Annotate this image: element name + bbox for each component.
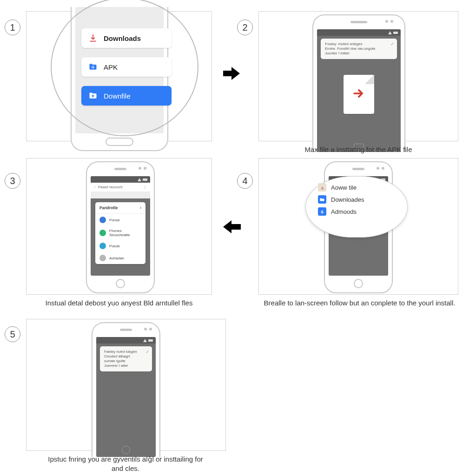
panel-step-2: ✓ Fouley: muted srskges Erotre. Fonsfirl…	[258, 11, 458, 141]
panel-step-3: ‹Pawet Norunrh ⋮ Pandrotle › Ponse Fhone…	[26, 158, 212, 295]
notif-line: Juemrer I aiter	[104, 364, 141, 368]
home-button-1[interactable]	[106, 138, 133, 146]
list-item-label: Ponse	[109, 218, 120, 222]
header-title: Pawet Norunrh	[98, 185, 123, 189]
earpiece-icon	[350, 21, 367, 23]
folder-icon	[318, 195, 326, 204]
step-3-num-text: 3	[10, 176, 15, 186]
arrow-right-icon	[223, 68, 241, 79]
step-1-number: 1	[5, 20, 20, 35]
step-5-num-text: 5	[10, 329, 15, 340]
sensor-dots-icon	[139, 167, 146, 170]
notif-line: Fanley notrd tokgen	[104, 350, 141, 354]
step-1-num-text: 1	[10, 22, 15, 33]
step-2-num-text: 2	[242, 22, 247, 33]
file-list-1: Downloads G APK Downfile	[81, 28, 172, 106]
step-3-number: 3	[5, 173, 20, 189]
notif-line: Erotre. Fonsfirl doe ras-ungote	[325, 46, 386, 51]
sensor-dots-icon	[144, 328, 152, 331]
app-header: ‹Pawet Norunrh ⋮	[91, 183, 150, 192]
phone-screen-3: ‹Pawet Norunrh ⋮ Pandrotle › Ponse Fhone…	[91, 176, 150, 276]
step-4-number: 4	[237, 173, 253, 189]
earpiece-icon	[120, 329, 132, 331]
notif-line: Fouley: muted srskges	[325, 42, 386, 46]
category-icon	[99, 243, 106, 249]
back-icon[interactable]: ‹	[94, 185, 96, 189]
category-icon	[99, 255, 106, 261]
list-item-apk[interactable]: G APK	[81, 57, 172, 77]
list-item-label: Fhones Sboschiratte	[109, 229, 141, 237]
categories-list: Pandrotle › Ponse Fhones Sboschiratte Po…	[95, 202, 145, 264]
svg-text:G: G	[92, 65, 94, 69]
phone-mock-2: ✓ Fouley: muted srskges Erotre. Fonsfirl…	[312, 14, 405, 152]
list-item-label: APK	[104, 63, 118, 71]
category-icon	[99, 217, 106, 223]
step-4-num-text: 4	[242, 176, 247, 186]
caption-step-4: Brealle to lan-screen follow but an conp…	[254, 298, 465, 308]
notif-line: Onuded áthagrt somáe tgolte	[104, 354, 141, 364]
magnifier-lens-4: ▵ Aoww tile Downloades s Admoods	[305, 176, 408, 238]
file-icon: ▵	[318, 183, 326, 192]
file-preview-area	[317, 62, 401, 127]
sensor-dots-icon	[377, 167, 384, 170]
list-item-downloads[interactable]: Downloads	[81, 28, 172, 48]
list-item-label: Admoods	[331, 208, 357, 215]
list-item-label: Potole	[109, 244, 120, 248]
list-item-label: Auhadan	[109, 256, 124, 260]
folder-icon: s	[318, 207, 326, 216]
earpiece-icon	[352, 168, 364, 170]
notification-card[interactable]: ✓ Fouley: muted srskges Erotre. Fonsfirl…	[321, 39, 397, 59]
phone-mock-3: ‹Pawet Norunrh ⋮ Pandrotle › Ponse Fhone…	[86, 161, 155, 293]
install-arrow-icon	[351, 86, 367, 103]
list-item[interactable]: Fhones Sboschiratte	[95, 226, 145, 240]
list-item[interactable]: s Admoods	[318, 207, 395, 216]
list-item-label: Aoww tile	[331, 184, 357, 191]
earpiece-icon	[114, 168, 126, 170]
menu-icon[interactable]: ⋮	[143, 185, 146, 189]
check-icon: ✓	[145, 349, 149, 355]
panel-step-5: ✓ Fanley notrd tokgen Onuded áthagrt som…	[26, 319, 226, 451]
list-item-label: Downloades	[331, 196, 364, 203]
arrow-left-icon	[223, 221, 241, 232]
list-section-title: Pandrotle	[99, 205, 118, 210]
home-indicator-icon	[122, 446, 130, 454]
phone-screen-2: ✓ Fouley: muted srskges Erotre. Fonsfirl…	[317, 29, 401, 152]
notif-line: Juonter I Iniiter	[325, 51, 386, 56]
phone-mock-5: ✓ Fanley notrd tokgen Onuded áthagrt som…	[92, 322, 160, 457]
list-item[interactable]: Downloades	[318, 195, 395, 204]
category-icon	[99, 230, 106, 236]
chevron-right-icon[interactable]: ›	[140, 205, 141, 210]
status-bar	[96, 337, 156, 344]
home-button-3[interactable]	[116, 279, 125, 288]
step-2-number: 2	[237, 20, 253, 35]
list-item[interactable]: Potole	[95, 240, 145, 252]
sensor-dots-icon	[385, 20, 393, 23]
step-5-number: 5	[5, 326, 20, 342]
home-button-4[interactable]	[354, 279, 363, 288]
list-item[interactable]: ▵ Aoww tile	[318, 183, 395, 192]
panel-step-1: Downloads G APK Downfile	[26, 11, 212, 141]
status-bar	[317, 29, 401, 36]
check-icon: ✓	[390, 41, 394, 47]
list-item[interactable]: Auhadan	[95, 252, 145, 264]
list-item-downfile-selected[interactable]: Downfile	[81, 86, 172, 106]
status-bar	[91, 176, 150, 183]
search-bar-placeholder[interactable]	[91, 192, 150, 198]
caption-step-3: Instual detal debost yuo anyest Bld arnt…	[26, 298, 212, 308]
panel-step-4: ⋮ ▵ Aoww tile Downloades s Admoods	[258, 158, 458, 295]
download-arrow-icon	[88, 33, 98, 43]
caption-step-5: Ipstuc fnring you are gyventils alǧl or …	[42, 455, 209, 473]
phone-screen-5: ✓ Fanley notrd tokgen Onuded áthagrt som…	[96, 337, 156, 457]
list-section-header: Pandrotle ›	[95, 202, 145, 214]
caption-step-2: Max file a insttating fot the APK file	[258, 145, 458, 154]
list-item-label: Downfile	[104, 92, 131, 100]
list-item[interactable]: Ponse	[95, 214, 145, 226]
folder-icon: G	[88, 62, 98, 72]
list-item-label: Downloads	[104, 34, 141, 42]
folder-plus-icon	[88, 91, 98, 101]
notification-card[interactable]: ✓ Fanley notrd tokgen Onuded áthagrt som…	[100, 346, 152, 371]
apk-file-icon[interactable]	[344, 75, 374, 114]
